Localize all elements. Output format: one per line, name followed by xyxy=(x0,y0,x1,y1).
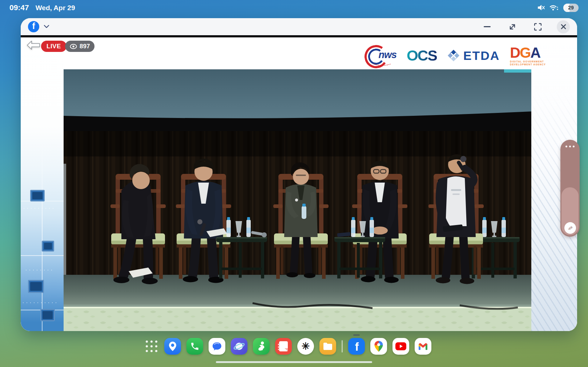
dga-logo: DGA DIGITAL GOVERNMENT DEVELOPMENT AGENC… xyxy=(510,45,546,66)
home-indicator-bar[interactable] xyxy=(216,361,372,363)
battery-indicator: 29 xyxy=(563,4,579,12)
youtube-app-icon[interactable] xyxy=(392,338,409,355)
battery-percent: 29 xyxy=(568,5,574,11)
gmail-app-icon[interactable] xyxy=(415,338,431,355)
speaker-muted-icon xyxy=(537,4,545,11)
facebook-app-icon[interactable]: f xyxy=(348,338,365,355)
my-files-app-icon[interactable] xyxy=(319,338,336,355)
wellbeing-app-icon[interactable] xyxy=(253,338,270,355)
notes-app-icon[interactable] xyxy=(275,338,292,355)
dga-subtitle-1: DIGITAL GOVERNMENT xyxy=(510,61,544,63)
close-button[interactable] xyxy=(557,20,570,33)
dock-separator xyxy=(342,340,343,352)
etda-logo-icon xyxy=(447,49,460,62)
taskbar-dock: ✳ f xyxy=(0,337,582,355)
ocs-logo: OCS xyxy=(407,48,437,63)
google-maps-app-icon[interactable] xyxy=(370,338,387,355)
location-app-icon[interactable] xyxy=(164,338,181,355)
live-badge-label: LIVE xyxy=(47,43,61,50)
viewer-count: 897 xyxy=(80,43,90,50)
eye-icon xyxy=(70,44,77,49)
wifi-icon xyxy=(549,4,559,11)
popout-resize-button[interactable] xyxy=(506,20,519,33)
dga-subtitle-2: DEVELOPMENT AGENCY xyxy=(510,64,546,66)
facebook-logo-icon[interactable]: f xyxy=(28,21,39,32)
live-stream-canvas: LIVE 897 nws OCS xyxy=(21,37,577,331)
internet-browser-app-icon[interactable] xyxy=(231,338,247,355)
facebook-app-window: f xyxy=(21,18,577,331)
dga-letter-d: D xyxy=(510,45,520,61)
etda-logo-text: ETDA xyxy=(463,49,500,62)
live-video-player[interactable] xyxy=(64,69,531,331)
live-badge: LIVE xyxy=(41,41,67,52)
chevron-down-icon[interactable] xyxy=(44,25,49,29)
clock: 09:47 xyxy=(9,3,29,12)
stream-logos: nws OCS ETDA DGA xyxy=(365,42,546,69)
phone-app-icon[interactable] xyxy=(186,338,203,355)
apps-grid-button[interactable] xyxy=(144,339,159,354)
messages-app-icon[interactable] xyxy=(209,338,225,355)
wallpaper: 09:47 Wed, Apr 29 29 f xyxy=(0,0,588,367)
date: Wed, Apr 29 xyxy=(36,4,75,12)
s-pen-icon[interactable]: ✎ xyxy=(564,222,576,234)
back-arrow-icon[interactable] xyxy=(27,40,40,52)
status-bar: 09:47 Wed, Apr 29 29 xyxy=(0,0,588,15)
facebook-logo-letter: f xyxy=(32,22,35,30)
panel-discussion-scene xyxy=(64,69,531,331)
dga-letter-g: G xyxy=(520,45,530,61)
minimize-button[interactable] xyxy=(480,20,494,33)
stream-left-decoration xyxy=(21,37,64,331)
etda-logo: ETDA xyxy=(447,49,500,62)
fullscreen-button[interactable] xyxy=(531,20,544,33)
window-titlebar: f xyxy=(21,18,577,35)
chatgpt-app-icon[interactable]: ✳ xyxy=(297,338,314,355)
nws-logo: nws xyxy=(365,44,396,67)
dga-letter-a: A xyxy=(530,45,540,61)
edge-pen-toolbar[interactable]: ✎ xyxy=(560,140,580,237)
viewer-count-badge: 897 xyxy=(65,41,94,52)
drag-handle-icon[interactable] xyxy=(560,146,580,147)
